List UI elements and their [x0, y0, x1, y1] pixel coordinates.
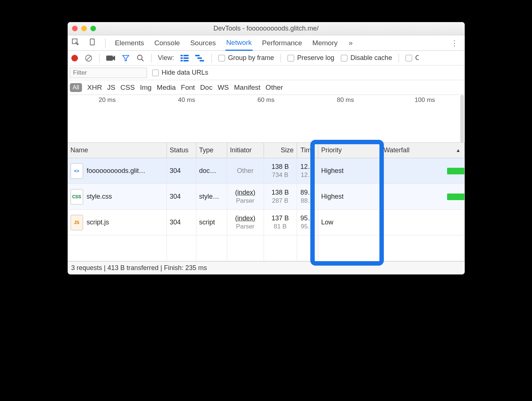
- hide-data-urls-checkbox[interactable]: Hide data URLs: [152, 69, 208, 77]
- close-icon[interactable]: [72, 26, 78, 31]
- overview-icon[interactable]: [195, 55, 205, 61]
- filter-media[interactable]: Media: [157, 84, 176, 92]
- offline-checkbox-partial[interactable]: O: [406, 54, 419, 62]
- category-filter-row: All XHR JS CSS Img Media Font Doc WS Man…: [68, 80, 465, 95]
- device-icon[interactable]: [88, 38, 96, 48]
- filter-other[interactable]: Other: [265, 84, 283, 92]
- divider: [99, 54, 100, 63]
- preserve-log-checkbox[interactable]: Preserve log: [288, 54, 334, 62]
- divider: [399, 54, 399, 63]
- cell-type: style…: [196, 184, 227, 209]
- devtools-window: DevTools - fooooooooods.glitch.me/ Eleme…: [68, 22, 465, 274]
- empty-row: [68, 235, 465, 261]
- file-name: fooooooooods.glit…: [87, 167, 146, 175]
- tab-memory[interactable]: Memory: [312, 36, 339, 50]
- table-headers: Name Status Type Initiator Size Time Pri…: [68, 143, 465, 158]
- header-waterfall[interactable]: Waterfall▲: [381, 143, 465, 158]
- header-name[interactable]: Name: [68, 143, 167, 158]
- filter-js[interactable]: JS: [107, 84, 115, 92]
- header-initiator[interactable]: Initiator: [227, 143, 264, 158]
- cell-status: 304: [167, 158, 196, 184]
- status-text: 3 requests | 413 B transferred | Finish:…: [71, 264, 207, 272]
- cell-initiator[interactable]: (index)Parser: [227, 184, 264, 209]
- svg-rect-14: [197, 57, 202, 59]
- filter-icon[interactable]: [122, 54, 130, 62]
- table-row[interactable]: <>fooooooooods.glit…304doc…Other138 B734…: [68, 158, 465, 184]
- tab-elements[interactable]: Elements: [114, 36, 145, 50]
- divider: [281, 54, 281, 63]
- cell-time: 89…88…: [297, 184, 318, 209]
- svg-line-3: [86, 56, 91, 60]
- tab-console[interactable]: Console: [154, 36, 181, 50]
- filter-doc[interactable]: Doc: [200, 84, 213, 92]
- cell-waterfall: [381, 210, 465, 235]
- js-file-icon: JS: [71, 215, 83, 230]
- traffic-lights: [72, 26, 96, 31]
- more-tabs-icon[interactable]: »: [349, 39, 353, 47]
- cell-size: 138 B734 B: [264, 158, 297, 184]
- filter-input[interactable]: [70, 68, 147, 78]
- file-name: script.js: [87, 219, 109, 226]
- window-title: DevTools - fooooooooods.glitch.me/: [68, 25, 465, 32]
- filter-all[interactable]: All: [70, 83, 82, 92]
- cell-initiator[interactable]: (index)Parser: [227, 210, 264, 235]
- header-status[interactable]: Status: [167, 143, 196, 158]
- header-size[interactable]: Size: [264, 143, 297, 158]
- cell-initiator[interactable]: Other: [227, 158, 264, 184]
- sort-indicator-icon: ▲: [456, 148, 461, 153]
- cell-waterfall: [381, 158, 465, 184]
- filter-row: Hide data URLs: [68, 65, 465, 80]
- search-icon[interactable]: [136, 54, 144, 62]
- cell-time: 95…95…: [297, 210, 318, 235]
- disable-cache-checkbox[interactable]: Disable cache: [341, 54, 392, 62]
- filter-css[interactable]: CSS: [121, 84, 135, 92]
- cell-type: script: [196, 210, 227, 235]
- record-icon[interactable]: [71, 55, 78, 61]
- svg-rect-7: [181, 55, 183, 56]
- minimize-icon[interactable]: [81, 26, 87, 31]
- cell-waterfall: [381, 184, 465, 209]
- status-bar: 3 requests | 413 B transferred | Finish:…: [68, 261, 465, 274]
- svg-rect-8: [183, 55, 189, 56]
- table-row[interactable]: JSscript.js304script(index)Parser137 B81…: [68, 210, 465, 235]
- svg-rect-12: [183, 60, 189, 61]
- titlebar: DevTools - fooooooooods.glitch.me/: [68, 22, 465, 35]
- table-row[interactable]: CSSstyle.css304style…(index)Parser138 B2…: [68, 184, 465, 210]
- group-by-frame-checkbox[interactable]: Group by frame: [218, 54, 274, 62]
- large-rows-icon[interactable]: [181, 55, 189, 61]
- request-table: Name Status Type Initiator Size Time Pri…: [68, 143, 465, 261]
- tab-sources[interactable]: Sources: [189, 36, 217, 50]
- filter-font[interactable]: Font: [181, 84, 195, 92]
- tab-network[interactable]: Network: [225, 36, 253, 51]
- svg-line-6: [141, 59, 143, 61]
- filter-xhr[interactable]: XHR: [87, 84, 102, 92]
- header-priority[interactable]: Priority: [318, 143, 381, 158]
- cell-priority: Highest: [318, 184, 381, 209]
- tab-performance[interactable]: Performance: [261, 36, 303, 50]
- kebab-menu-icon[interactable]: ⋮: [448, 39, 461, 47]
- screenshot-icon[interactable]: [106, 55, 115, 61]
- cell-size: 137 B81 B: [264, 210, 297, 235]
- css-file-icon: CSS: [71, 189, 83, 205]
- divider: [151, 54, 151, 63]
- zoom-icon[interactable]: [90, 26, 96, 31]
- cell-priority: Highest: [318, 158, 381, 184]
- divider: [211, 54, 212, 63]
- timeline-overview[interactable]: 20 ms 40 ms 60 ms 80 ms 100 ms: [68, 95, 465, 143]
- cell-priority: Low: [318, 210, 381, 235]
- svg-rect-11: [181, 60, 183, 61]
- timeline-ticks: 20 ms 40 ms 60 ms 80 ms 100 ms: [68, 96, 465, 104]
- filter-ws[interactable]: WS: [218, 84, 229, 92]
- cell-status: 304: [167, 210, 196, 235]
- cell-size: 138 B287 B: [264, 184, 297, 209]
- header-time[interactable]: Time: [297, 143, 318, 158]
- svg-rect-4: [106, 56, 113, 61]
- filter-img[interactable]: Img: [140, 84, 152, 92]
- panel-tabs: Elements Console Sources Network Perform…: [68, 35, 465, 51]
- svg-point-5: [137, 55, 142, 60]
- scrollbar-thumb[interactable]: [460, 95, 464, 143]
- inspect-icon[interactable]: [71, 38, 79, 48]
- header-type[interactable]: Type: [196, 143, 227, 158]
- clear-icon[interactable]: [85, 54, 93, 62]
- filter-manifest[interactable]: Manifest: [234, 84, 261, 92]
